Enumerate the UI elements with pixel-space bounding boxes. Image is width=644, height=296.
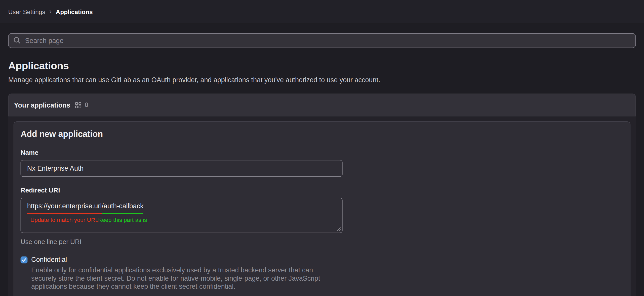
page-search xyxy=(8,33,636,48)
redirect-uri-label: Redirect URI xyxy=(21,187,624,194)
applications-grid-icon xyxy=(75,102,81,108)
applications-panel-header: Your applications 0 xyxy=(8,93,636,116)
top-bar: User Settings › Applications xyxy=(0,0,644,23)
annotation-red-underline xyxy=(27,213,102,214)
confidential-checkbox-row: Confidential xyxy=(21,256,624,263)
redirect-uri-textarea[interactable]: https://your.enterprise.url Update to ma… xyxy=(21,198,343,233)
breadcrumb-user-settings[interactable]: User Settings xyxy=(8,8,45,15)
annotation-green-underline xyxy=(102,213,143,214)
page-title: Applications xyxy=(8,60,636,72)
annotation-green-label: Keep this part as is xyxy=(98,217,147,223)
confidential-label[interactable]: Confidential xyxy=(31,256,67,263)
add-application-title: Add new application xyxy=(21,129,624,139)
applications-settings-page: User Settings › Applications Application… xyxy=(0,0,644,296)
breadcrumb-applications: Applications xyxy=(56,8,93,15)
applications-count: 0 xyxy=(85,101,89,109)
redirect-uri-host-text: https://your.enterprise.url xyxy=(27,202,102,210)
annotation-red-label: Update to match your URL xyxy=(30,217,99,223)
page-description: Manage applications that can use GitLab … xyxy=(8,76,636,84)
applications-panel: Your applications 0 Add new application … xyxy=(8,93,636,296)
name-label: Name xyxy=(21,149,624,156)
checkmark-icon xyxy=(21,257,27,263)
redirect-uri-host-segment: https://your.enterprise.url Update to ma… xyxy=(27,202,102,210)
redirect-uri-path-segment: /auth-callback Keep this part as is xyxy=(102,202,143,210)
applications-panel-body: Add new application Name Redirect URI ht… xyxy=(8,117,636,296)
confidential-checkbox[interactable] xyxy=(21,256,28,263)
breadcrumb: User Settings › Applications xyxy=(8,8,93,15)
chevron-right-icon: › xyxy=(49,8,52,15)
redirect-uri-value: https://your.enterprise.url Update to ma… xyxy=(27,202,144,210)
redirect-uri-hint: Use one line per URI xyxy=(21,238,624,246)
name-input[interactable] xyxy=(21,160,343,177)
confidential-help-text: Enable only for confidential application… xyxy=(31,266,340,290)
redirect-uri-path-text: /auth-callback xyxy=(102,202,143,210)
resize-handle-icon[interactable] xyxy=(336,226,341,231)
search-input[interactable] xyxy=(8,33,636,48)
add-application-card: Add new application Name Redirect URI ht… xyxy=(14,121,630,296)
applications-panel-title: Your applications xyxy=(14,101,70,109)
